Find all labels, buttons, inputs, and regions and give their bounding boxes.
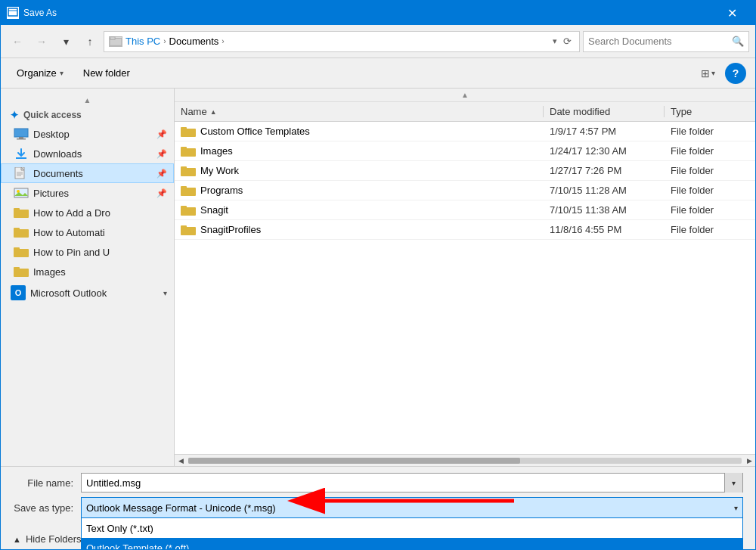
sidebar-item-how-to-auto[interactable]: How to Automati (1, 222, 174, 242)
scroll-right-button[interactable]: ▶ (743, 455, 755, 467)
view-button[interactable]: ⊞ ▾ (694, 64, 722, 83)
svg-rect-29 (181, 166, 187, 169)
file-name-cell: Programs (175, 185, 544, 197)
table-row[interactable]: Programs 7/10/15 11:28 AM File folder (175, 181, 755, 200)
search-input[interactable] (588, 36, 729, 47)
filename-row: File name: ▾ (13, 473, 743, 493)
pin-icon: 📌 (156, 129, 167, 139)
scroll-thumb[interactable] (188, 458, 520, 464)
file-pane-scroll-up[interactable]: ▲ (175, 89, 755, 102)
filename-input-wrap[interactable]: ▾ (81, 473, 743, 493)
sidebar-item-outlook[interactable]: O Microsoft Outlook ▾ (1, 281, 174, 304)
col-name[interactable]: Name ▲ (175, 106, 544, 117)
svg-rect-17 (14, 208, 20, 211)
organize-button[interactable]: Organize ▾ (10, 64, 70, 82)
table-row[interactable]: Images 1/24/17 12:30 AM File folder (175, 141, 755, 161)
sidebar-item-desktop[interactable]: Desktop 📌 (1, 124, 174, 144)
dropdown-selected-value[interactable]: Outlook Message Format - Unicode (*.msg)… (82, 498, 742, 517)
scroll-left-button[interactable]: ◀ (175, 455, 187, 467)
dropdown-list: Text Only (*.txt) Outlook Template (*.of… (81, 517, 743, 550)
col-type[interactable]: Type (665, 106, 755, 117)
folder-icon (14, 266, 29, 278)
sidebar-item-how-to-pin[interactable]: How to Pin and U (1, 242, 174, 262)
dropdown-value-text: Outlook Message Format - Unicode (*.msg) (86, 502, 734, 514)
sidebar-item-documents[interactable]: Documents 📌 (1, 163, 174, 183)
sidebar-item-documents-label: Documents (33, 168, 150, 179)
action-bar: Organize ▾ New folder ⊞ ▾ ? (1, 58, 755, 89)
help-button[interactable]: ? (725, 63, 746, 84)
col-date[interactable]: Date modified (544, 106, 665, 117)
dropdown-button[interactable]: ▾ (55, 31, 76, 52)
folder-icon (181, 185, 196, 197)
path-documents[interactable]: Documents (169, 36, 219, 47)
outlook-icon: O (11, 285, 26, 300)
search-icon: 🔍 (732, 36, 744, 47)
file-name-cell: My Work (175, 165, 544, 177)
close-button[interactable]: ✕ (714, 1, 749, 25)
forward-button[interactable]: → (31, 31, 52, 52)
search-box[interactable]: 🔍 (583, 31, 749, 52)
dropdown-arrow-icon[interactable]: ▾ (734, 504, 738, 512)
svg-rect-25 (181, 127, 187, 130)
svg-rect-35 (181, 225, 187, 228)
sidebar-item-downloads-label: Downloads (33, 148, 150, 160)
sidebar-scroll-up[interactable]: ▲ (1, 95, 174, 106)
filetype-label: Save as type: (13, 502, 81, 514)
refresh-button[interactable]: ⟳ (560, 34, 575, 48)
address-dropdown-arrow[interactable]: ▾ (553, 36, 557, 46)
sidebar-item-outlook-label: Microsoft Outlook (30, 287, 159, 299)
sidebar-item-label: How to Pin and U (33, 247, 167, 258)
sidebar-item-label: Images (33, 266, 167, 278)
table-row[interactable]: Snagit 7/10/15 11:38 AM File folder (175, 200, 755, 220)
quick-access-header: ✦ Quick access (1, 106, 174, 124)
svg-rect-0 (8, 8, 17, 16)
file-pane: ▲ Name ▲ Date modified Type Custom Offic… (175, 89, 755, 466)
svg-rect-3 (110, 37, 115, 40)
svg-rect-4 (14, 129, 28, 137)
svg-rect-19 (14, 228, 20, 231)
sidebar-item-pictures[interactable]: Pictures 📌 (1, 183, 174, 203)
svg-rect-27 (181, 147, 187, 150)
pin-icon: 📌 (156, 149, 167, 159)
file-name-cell: Custom Office Templates (175, 126, 544, 138)
table-row[interactable]: Custom Office Templates 1/9/17 4:57 PM F… (175, 122, 755, 141)
downloads-icon (14, 148, 29, 160)
new-folder-button[interactable]: New folder (76, 64, 137, 82)
window-icon (7, 7, 19, 19)
pin-icon: 📌 (156, 169, 167, 179)
table-row[interactable]: SnagitProfiles 11/8/16 4:55 PM File fold… (175, 220, 755, 240)
dropdown-item-outlook-template[interactable]: Outlook Template (*.oft) (82, 538, 742, 550)
filetype-dropdown[interactable]: Outlook Message Format - Unicode (*.msg)… (81, 497, 743, 518)
svg-rect-6 (17, 138, 26, 140)
dropdown-item-text-only[interactable]: Text Only (*.txt) (82, 518, 742, 538)
file-name-cell: SnagitProfiles (175, 224, 544, 236)
documents-icon (14, 167, 29, 179)
horizontal-scrollbar[interactable]: ◀ ▶ (175, 454, 755, 466)
sidebar-item-images[interactable]: Images (1, 262, 174, 281)
sidebar-item-label: How to Add a Dro (33, 207, 167, 219)
sidebar: ▲ ✦ Quick access Desktop 📌 (1, 89, 175, 466)
quick-access-star-icon: ✦ (10, 109, 19, 121)
filetype-row: Save as type: Outlook Message Format - U… (13, 497, 743, 518)
file-name-cell: Images (175, 145, 544, 157)
bottom-form: File name: ▾ Save as type: Outlook Messa… (1, 466, 755, 529)
back-button[interactable]: ← (7, 31, 28, 52)
folder-icon (181, 165, 196, 177)
up-button[interactable]: ↑ (79, 31, 101, 52)
file-list: Custom Office Templates 1/9/17 4:57 PM F… (175, 122, 755, 454)
scroll-track[interactable] (188, 458, 742, 464)
folder-icon (181, 224, 196, 236)
table-row[interactable]: My Work 1/27/17 7:26 PM File folder (175, 161, 755, 181)
filename-dropdown-arrow[interactable]: ▾ (724, 473, 742, 493)
filename-input[interactable] (82, 477, 724, 489)
sidebar-item-downloads[interactable]: Downloads 📌 (1, 144, 174, 163)
action-bar-right: ⊞ ▾ ? (694, 63, 746, 84)
folder-icon (181, 126, 196, 138)
toolbar: ← → ▾ ↑ This PC › Documents › ▾ ⟳ 🔍 (1, 25, 755, 58)
sidebar-item-how-to-add[interactable]: How to Add a Dro (1, 203, 174, 222)
path-this-pc[interactable]: This PC (125, 36, 160, 47)
main-area: ▲ ✦ Quick access Desktop 📌 (1, 89, 755, 466)
pin-icon: 📌 (156, 188, 167, 198)
svg-rect-33 (181, 206, 187, 209)
address-bar[interactable]: This PC › Documents › ▾ ⟳ (104, 31, 580, 52)
